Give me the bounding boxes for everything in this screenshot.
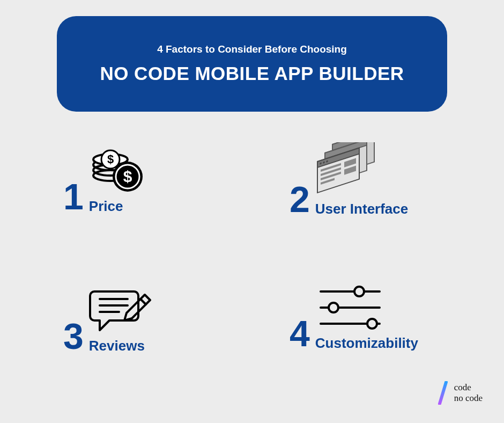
factor-3-number: 3 [63,318,84,354]
svg-point-29 [354,287,364,296]
svg-text:$: $ [107,152,114,166]
svg-line-27 [140,299,146,304]
factor-1: 1 $ $ Price [63,142,148,215]
factor-4: 4 Customizability [290,282,418,352]
factor-1-label: Price [89,198,123,215]
review-pencil-icon [89,282,153,336]
brand-line2: no code [454,393,483,404]
svg-line-34 [440,382,446,404]
brand-slash-icon [437,381,449,405]
factor-4-number: 4 [290,315,310,352]
svg-point-33 [367,319,377,329]
brand-line1: code [454,382,483,393]
factor-4-label: Customizability [315,335,418,352]
sliders-icon [315,282,385,333]
money-icon: $ $ [89,142,148,196]
factor-2-number: 2 [290,181,310,217]
brand-text: code no code [454,382,483,404]
factor-2-label: User Interface [315,201,408,217]
banner-title: NO CODE MOBILE APP BUILDER [100,63,404,84]
header-banner: 4 Factors to Consider Before Choosing NO… [57,16,447,112]
factor-3-label: Reviews [89,338,145,354]
factor-1-number: 1 [63,178,84,215]
svg-text:$: $ [123,167,132,185]
svg-point-31 [329,303,338,312]
brand-logo: code no code [437,381,483,405]
banner-subtitle: 4 Factors to Consider Before Choosing [157,43,347,55]
browser-windows-icon [315,142,380,199]
factor-2: 2 [290,142,408,217]
factor-3: 3 Reviews [63,282,153,354]
